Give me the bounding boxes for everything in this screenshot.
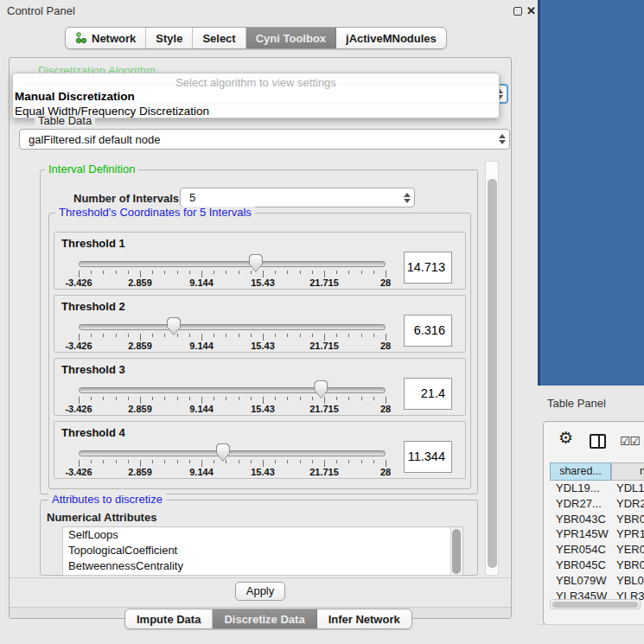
tick-label: -3.426 <box>53 467 105 477</box>
table-data-combo[interactable]: galFiltered.sif default node <box>19 129 510 150</box>
major-tick <box>386 271 386 277</box>
minor-tick <box>275 271 276 274</box>
number-of-intervals-value: 5 <box>181 191 400 204</box>
tab-label: Network <box>92 32 136 45</box>
tab-infer-network[interactable]: Infer Network <box>317 609 411 628</box>
tick-label: -3.426 <box>53 404 105 414</box>
table-row[interactable]: YPR145WYPR1 <box>550 527 644 543</box>
list-scrollbar-thumb[interactable] <box>452 529 461 574</box>
minor-tick <box>373 397 374 400</box>
table-hscrollbar-thumb[interactable] <box>552 602 638 608</box>
float-window-icon[interactable] <box>513 7 522 16</box>
apply-button[interactable]: Apply <box>235 582 285 601</box>
minor-tick <box>91 271 92 274</box>
threshold-slider-thumb[interactable] <box>167 317 181 335</box>
cell-name: YDL1 <box>611 481 644 497</box>
minor-tick <box>214 460 214 463</box>
tick-label: 21.715 <box>298 341 350 351</box>
cell-name: YDR2 <box>611 497 644 513</box>
attribute-item[interactable]: BetweennessCentrality <box>63 558 462 574</box>
minor-tick <box>103 460 104 463</box>
threshold-value-field[interactable]: 6.316 <box>404 315 452 347</box>
number-of-intervals-combo[interactable]: 5 <box>180 188 415 207</box>
table-row[interactable]: YBR043CYBR0 <box>550 513 644 528</box>
minor-tick <box>312 271 313 274</box>
tab-style[interactable]: Style <box>146 28 193 48</box>
cell-name: YER0 <box>611 543 644 558</box>
gear-icon[interactable]: ⚙ <box>558 430 573 446</box>
panel-scrollbar-thumb[interactable] <box>488 179 497 568</box>
thresholds-group-label: Threshold's Coordinates for 5 Intervals <box>55 207 255 219</box>
tick-label: 21.715 <box>298 404 350 414</box>
minor-tick <box>300 334 301 337</box>
close-icon[interactable]: ✕ <box>526 4 537 15</box>
major-tick <box>201 334 202 341</box>
major-tick <box>201 460 202 467</box>
minor-tick <box>103 397 104 400</box>
tab-cyni-toolbox[interactable]: Cyni Toolbox <box>246 28 336 48</box>
control-panel-titlebar: Control Panel ✕ <box>0 0 537 22</box>
threshold-slider-thumb[interactable] <box>216 443 230 462</box>
threshold-value-field[interactable]: 21.4 <box>404 378 452 410</box>
major-tick <box>79 460 80 467</box>
cyni-mode-tab-bar: Impute DataDiscretize DataInfer Network <box>124 609 412 629</box>
threshold-slider-track[interactable] <box>79 450 386 456</box>
attribute-item[interactable]: TopologicalCoefficient <box>63 543 462 558</box>
table-row[interactable]: YBR045CYBR0 <box>550 558 644 574</box>
threshold-value-field[interactable]: 11.344 <box>404 441 452 473</box>
table-row[interactable]: YBL079WYBL0 <box>550 574 644 590</box>
columns-icon[interactable] <box>590 434 606 449</box>
tick-label: 15.43 <box>237 277 289 288</box>
checkboxes-icon[interactable]: ☑☑ <box>620 434 640 448</box>
threshold-slider-thumb[interactable] <box>314 380 328 399</box>
minor-tick <box>251 334 252 337</box>
major-tick <box>324 397 325 404</box>
combo-stepper-icon[interactable] <box>400 193 414 203</box>
threshold-value-field[interactable]: 14.713 <box>404 252 452 284</box>
tick-label: 21.715 <box>298 467 350 477</box>
table-row[interactable]: YDR27...YDR2 <box>550 497 644 513</box>
combo-stepper-icon[interactable] <box>495 134 509 144</box>
major-tick <box>201 397 202 404</box>
tab-discretize-data[interactable]: Discretize Data <box>213 609 316 628</box>
major-tick <box>386 397 386 404</box>
cell-shared-name: YDL19... <box>550 481 611 497</box>
minor-tick <box>214 271 214 274</box>
minor-tick <box>361 397 362 400</box>
minor-tick <box>348 460 349 463</box>
attribute-item[interactable]: SelfLoops <box>63 527 462 543</box>
list-scrollbar-track[interactable] <box>450 527 462 575</box>
major-tick <box>324 460 325 467</box>
algorithm-option-1[interactable]: Manual Discretization <box>15 90 135 103</box>
control-panel-tab-bar: NetworkStyleSelectCyni ToolboxjActiveMNo… <box>65 27 447 49</box>
numerical-attributes-list[interactable]: SelfLoopsTopologicalCoefficientBetweenne… <box>62 526 463 576</box>
tick-label: 15.43 <box>237 467 289 477</box>
table-row[interactable]: YDL19...YDL1 <box>550 481 644 497</box>
major-tick <box>79 397 80 404</box>
major-tick <box>263 460 264 467</box>
minor-tick <box>336 397 337 400</box>
tab-jactivemnodules[interactable]: jActiveMNodules <box>336 28 446 48</box>
minor-tick <box>116 334 117 337</box>
minor-tick <box>336 460 337 463</box>
tab-label: Style <box>156 32 182 45</box>
minor-tick <box>164 271 165 274</box>
minor-tick <box>177 397 178 400</box>
threshold-slider-track[interactable] <box>79 261 386 267</box>
column-header-shared-name[interactable]: shared... <box>550 462 611 481</box>
minor-tick <box>373 460 374 463</box>
threshold-slider-track[interactable] <box>79 324 386 330</box>
table-row[interactable]: YER054CYER0 <box>550 543 644 558</box>
tick-label: -3.426 <box>53 341 105 351</box>
tab-label: Select <box>202 32 235 45</box>
threshold-slider-thumb[interactable] <box>249 254 263 272</box>
table-data-group-label: Table Data <box>35 115 95 127</box>
tab-network[interactable]: Network <box>66 28 146 48</box>
tick-label: 21.715 <box>298 277 350 288</box>
tab-impute-data[interactable]: Impute Data <box>125 609 213 628</box>
column-header-name[interactable]: na <box>611 462 644 481</box>
minor-tick <box>239 334 239 337</box>
tick-label: 2.859 <box>114 341 166 351</box>
threshold-slider-track[interactable] <box>79 387 386 393</box>
tab-select[interactable]: Select <box>193 28 245 48</box>
